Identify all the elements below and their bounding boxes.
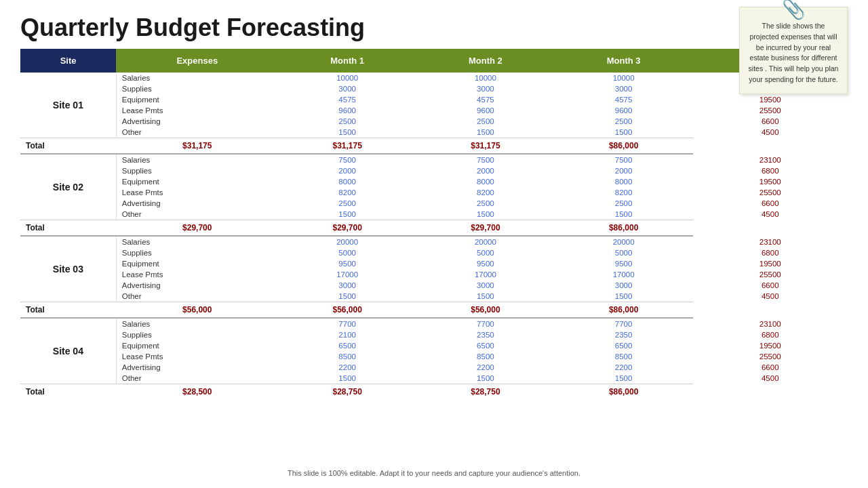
total-quarter: $86,000 <box>555 138 693 155</box>
table-row: Equipment80008000800019500 <box>20 176 848 187</box>
expense-label: Other <box>116 209 278 220</box>
expense-label: Equipment <box>116 340 278 351</box>
table-row: Lease Pmts85008500850025500 <box>20 351 848 362</box>
value-cell-m3: 4575 <box>555 94 693 105</box>
value-cell-m2: 2500 <box>416 116 555 127</box>
table-row: Supplies2100235023506800 <box>20 329 848 340</box>
value-cell-m2: 2000 <box>416 165 555 176</box>
value-cell-m1: 7500 <box>278 154 416 165</box>
value-cell-m3: 1500 <box>555 291 693 302</box>
value-cell-m1: 8500 <box>278 351 416 362</box>
table-row: Site 02Salaries75007500750023100 <box>20 154 848 165</box>
total-row: Total$28,500$28,750$28,750$86,000 <box>20 384 848 400</box>
header-month2: Month 2 <box>416 49 555 73</box>
total-value-m1: $28,500 <box>116 384 278 400</box>
value-cell-m1: 3000 <box>278 280 416 291</box>
quarter-cell: 25500 <box>693 105 848 116</box>
value-cell-m2: 8000 <box>416 176 555 187</box>
table-row: Lease Pmts82008200820025500 <box>20 187 848 198</box>
value-cell-m2: 2200 <box>416 362 555 373</box>
quarter-cell: 6600 <box>693 116 848 127</box>
quarter-cell: 25500 <box>693 351 848 362</box>
expense-label: Equipment <box>116 258 278 269</box>
quarter-cell: 23100 <box>693 318 848 329</box>
value-cell-m2: 7500 <box>416 154 555 165</box>
value-cell-m3: 17000 <box>555 269 693 280</box>
value-cell-m3: 1500 <box>555 373 693 384</box>
total-row: Total$29,700$29,700$29,700$86,000 <box>20 220 848 237</box>
quarter-cell: 19500 <box>693 94 848 105</box>
value-cell-m1: 2200 <box>278 362 416 373</box>
value-cell-m2: 9600 <box>416 105 555 116</box>
value-cell-m1: 1500 <box>278 127 416 138</box>
value-cell-m2: 20000 <box>416 236 555 247</box>
value-cell-m2: 1500 <box>416 373 555 384</box>
note-text: The slide shows the projected expenses t… <box>749 22 839 83</box>
quarter-cell: 6600 <box>693 362 848 373</box>
total-quarter: $86,000 <box>555 220 693 237</box>
value-cell-m1: 9600 <box>278 105 416 116</box>
value-cell-m3: 7500 <box>555 154 693 165</box>
value-cell-m3: 1500 <box>555 127 693 138</box>
total-quarter: $86,000 <box>555 302 693 319</box>
value-cell-m1: 7700 <box>278 318 416 329</box>
table-row: Supplies2000200020006800 <box>20 165 848 176</box>
table-row: Advertising2500250025006600 <box>20 116 848 127</box>
expense-label: Lease Pmts <box>116 105 278 116</box>
total-value-m2: $28,750 <box>278 384 416 400</box>
expense-label: Salaries <box>116 73 278 83</box>
value-cell-m1: 6500 <box>278 340 416 351</box>
quarter-cell: 19500 <box>693 176 848 187</box>
table-row: Site 03Salaries20000200002000023100 <box>20 236 848 247</box>
value-cell-m3: 2350 <box>555 329 693 340</box>
table-row: Lease Pmts17000170001700025500 <box>20 269 848 280</box>
quarter-cell: 23100 <box>693 154 848 165</box>
table-row: Supplies5000500050006800 <box>20 247 848 258</box>
value-cell-m3: 2200 <box>555 362 693 373</box>
total-label: Total <box>20 302 116 319</box>
value-cell-m2: 3000 <box>416 83 555 94</box>
value-cell-m3: 6500 <box>555 340 693 351</box>
value-cell-m1: 2500 <box>278 116 416 127</box>
total-label: Total <box>20 220 116 237</box>
total-value-m2: $29,700 <box>278 220 416 237</box>
value-cell-m3: 20000 <box>555 236 693 247</box>
value-cell-m1: 3000 <box>278 83 416 94</box>
table-row: Site 04Salaries77007700770023100 <box>20 318 848 329</box>
value-cell-m1: 2500 <box>278 198 416 209</box>
expense-label: Other <box>116 127 278 138</box>
header-month1: Month 1 <box>278 49 416 73</box>
value-cell-m2: 10000 <box>416 73 555 83</box>
total-quarter: $86,000 <box>555 384 693 400</box>
expense-label: Lease Pmts <box>116 187 278 198</box>
header-expenses: Expenses <box>116 49 278 73</box>
expense-label: Advertising <box>116 116 278 127</box>
expense-label: Other <box>116 373 278 384</box>
total-value-m3: $56,000 <box>416 302 555 319</box>
quarter-cell: 19500 <box>693 340 848 351</box>
value-cell-m3: 2500 <box>555 116 693 127</box>
total-row: Total$31,175$31,175$31,175$86,000 <box>20 138 848 155</box>
expense-label: Salaries <box>116 318 278 329</box>
expense-label: Equipment <box>116 176 278 187</box>
quarter-cell: 6600 <box>693 198 848 209</box>
total-value-m1: $56,000 <box>116 302 278 319</box>
value-cell-m3: 9600 <box>555 105 693 116</box>
table-row: Advertising2500250025006600 <box>20 198 848 209</box>
value-cell-m1: 17000 <box>278 269 416 280</box>
value-cell-m2: 8200 <box>416 187 555 198</box>
expense-label: Advertising <box>116 198 278 209</box>
quarter-cell: 23100 <box>693 236 848 247</box>
quarter-cell: 6800 <box>693 247 848 258</box>
expense-label: Equipment <box>116 94 278 105</box>
value-cell-m3: 8000 <box>555 176 693 187</box>
expense-label: Supplies <box>116 329 278 340</box>
quarter-cell: 6600 <box>693 280 848 291</box>
value-cell-m2: 4575 <box>416 94 555 105</box>
table-row: Other1500150015004500 <box>20 127 848 138</box>
table-row: Other1500150015004500 <box>20 209 848 220</box>
table-row: Lease Pmts96009600960025500 <box>20 105 848 116</box>
value-cell-m2: 8500 <box>416 351 555 362</box>
table-row: Equipment45754575457519500 <box>20 94 848 105</box>
expense-label: Advertising <box>116 280 278 291</box>
